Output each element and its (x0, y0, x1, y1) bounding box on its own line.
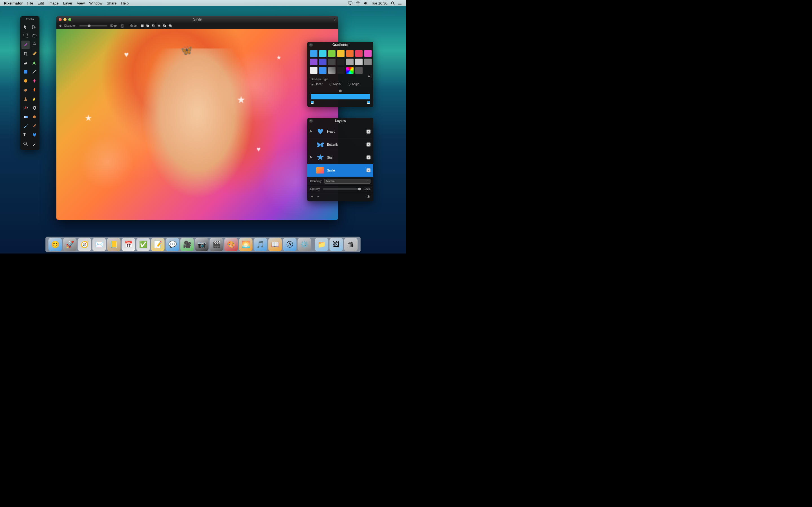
type-tool[interactable]: T (21, 131, 30, 139)
heart-tool[interactable] (30, 131, 38, 139)
dock-iphoto[interactable]: 🌅 (239, 238, 253, 251)
sparkle-tool[interactable] (30, 76, 38, 85)
layer-visibility-checkbox[interactable]: ✓ (366, 143, 370, 147)
sphere-tool[interactable] (21, 76, 30, 85)
gradient-midpoint-handle[interactable] (339, 90, 342, 93)
layer-visibility-checkbox[interactable]: ✓ (366, 156, 370, 159)
pencil-tool[interactable] (30, 50, 38, 58)
diameter-slider[interactable] (79, 25, 107, 26)
tools-palette[interactable]: Tools T (20, 16, 40, 150)
mode-normal-icon[interactable] (140, 24, 144, 27)
mode-intersect-icon[interactable] (157, 24, 161, 27)
remove-layer-icon[interactable]: － (316, 194, 320, 199)
dock-safari[interactable]: 🧭 (78, 238, 91, 251)
mode-exclude-icon[interactable] (163, 24, 166, 27)
highlight-tool[interactable] (30, 95, 38, 103)
add-layer-icon[interactable]: ＋ (310, 194, 314, 199)
shape-tool[interactable] (21, 68, 30, 76)
gradient-type-linear[interactable]: Linear (311, 82, 322, 86)
gradients-gear-icon[interactable]: ✻ (368, 74, 370, 78)
gradient-swatch-0[interactable] (310, 50, 317, 57)
dock-mail[interactable]: ✉️ (93, 238, 106, 251)
layers-panel[interactable]: ✕ Layers fxHeart✓Butterfly✓fxStar✓Smile✓… (307, 118, 373, 202)
gradient-swatch-13[interactable] (364, 59, 371, 65)
dock-itunes[interactable]: 🎵 (254, 238, 267, 251)
gradients-panel[interactable]: ✕ Gradients ✻ Gradient Type Linear Radia… (307, 42, 373, 107)
gradient-swatch-17[interactable] (337, 67, 345, 74)
dock-reminders[interactable]: ✅ (137, 238, 150, 251)
dock-camera[interactable]: 🎬 (210, 238, 223, 251)
close-button[interactable] (59, 18, 62, 21)
gradient-stop-right[interactable] (367, 101, 370, 104)
crop-tool[interactable] (21, 50, 30, 58)
arrow-tool[interactable] (30, 22, 38, 31)
marquee-tool[interactable] (21, 32, 30, 40)
clock[interactable]: Tue 10:30 (371, 1, 388, 5)
sharpen-tool[interactable] (21, 95, 30, 103)
dock-app-store[interactable]: Ⓐ (283, 238, 297, 251)
menu-window[interactable]: Window (89, 1, 102, 5)
color-picker-tool[interactable] (30, 140, 38, 148)
dock-ibooks[interactable]: 📖 (268, 238, 282, 251)
eyedropper-tool[interactable] (21, 122, 30, 130)
gradient-type-radial[interactable]: Radial (329, 82, 341, 86)
mode-subtract-icon[interactable] (152, 24, 155, 27)
gradient-swatch-11[interactable] (346, 59, 354, 65)
dock-launchpad[interactable]: 🚀 (63, 238, 77, 251)
dock-settings[interactable]: ⚙️ (298, 238, 311, 251)
notification-center-icon[interactable] (398, 1, 402, 5)
gradient-swatch-14[interactable] (310, 67, 317, 74)
mode-add-icon[interactable] (146, 24, 149, 27)
opacity-slider[interactable] (323, 188, 361, 189)
diameter-stepper[interactable]: ▴▾ (121, 24, 123, 27)
brush-tool[interactable] (21, 41, 30, 49)
layer-visibility-checkbox[interactable]: ✓ (366, 168, 370, 172)
gradient-swatch-15[interactable] (319, 67, 326, 74)
gradient-swatch-16[interactable] (328, 67, 336, 74)
dock-trash[interactable]: 🗑 (344, 238, 358, 251)
spotlight-icon[interactable] (391, 1, 395, 5)
layers-gear-icon[interactable]: ✻ (367, 194, 370, 199)
dock-messages[interactable]: 💬 (166, 238, 179, 251)
gradient-swatch-2[interactable] (328, 50, 336, 57)
menu-share[interactable]: Share (107, 1, 117, 5)
dock-documents[interactable]: 📁 (315, 238, 328, 251)
zoom-button[interactable] (68, 18, 71, 21)
menu-help[interactable]: Help (121, 1, 129, 5)
dock-notes[interactable]: 📝 (151, 238, 165, 251)
gradient-type-angle[interactable]: Angle (348, 82, 359, 86)
menu-image[interactable]: Image (49, 1, 59, 5)
titlebar[interactable]: Smile ⤢ (56, 16, 338, 22)
gradient-tool[interactable] (21, 113, 30, 121)
dock-contacts[interactable]: 📒 (107, 238, 121, 251)
canvas[interactable]: 🦋 ♥ ★ ★ ♥ ★ (56, 29, 338, 220)
line-tool[interactable] (30, 68, 38, 76)
eraser-tool[interactable] (21, 59, 30, 67)
blending-select[interactable]: Normal (324, 179, 370, 184)
pen-tool[interactable] (30, 59, 38, 67)
dock-finder[interactable]: 😊 (49, 238, 62, 251)
layer-row-smile[interactable]: Smile✓ (307, 164, 373, 177)
mode-behind-icon[interactable] (168, 24, 172, 27)
gradient-swatch-6[interactable] (364, 50, 371, 57)
dock-pixelmator[interactable]: 🎨 (224, 238, 238, 251)
layer-visibility-checkbox[interactable]: ✓ (366, 129, 370, 133)
gradient-swatch-3[interactable] (337, 50, 345, 57)
gradient-swatch-9[interactable] (328, 59, 336, 65)
gradient-swatch-5[interactable] (355, 50, 363, 57)
layer-row-star[interactable]: fxStar✓ (307, 151, 373, 164)
gradient-swatch-19[interactable] (355, 67, 363, 74)
menu-file[interactable]: File (27, 1, 33, 5)
close-icon[interactable]: ✕ (309, 119, 313, 123)
gradient-preview-bar[interactable] (311, 94, 370, 100)
red-eye-tool[interactable] (21, 104, 30, 112)
gradient-swatch-8[interactable] (319, 59, 326, 65)
cog-tool[interactable] (30, 104, 38, 112)
dock-calendar[interactable]: 📅 (122, 238, 135, 251)
gradient-swatch-4[interactable] (346, 50, 354, 57)
gradient-swatch-18[interactable] (346, 67, 354, 74)
gradient-swatch-12[interactable] (355, 59, 363, 65)
menu-edit[interactable]: Edit (38, 1, 44, 5)
spot-tool[interactable] (30, 113, 38, 121)
dock-photo-booth[interactable]: 📷 (195, 238, 209, 251)
